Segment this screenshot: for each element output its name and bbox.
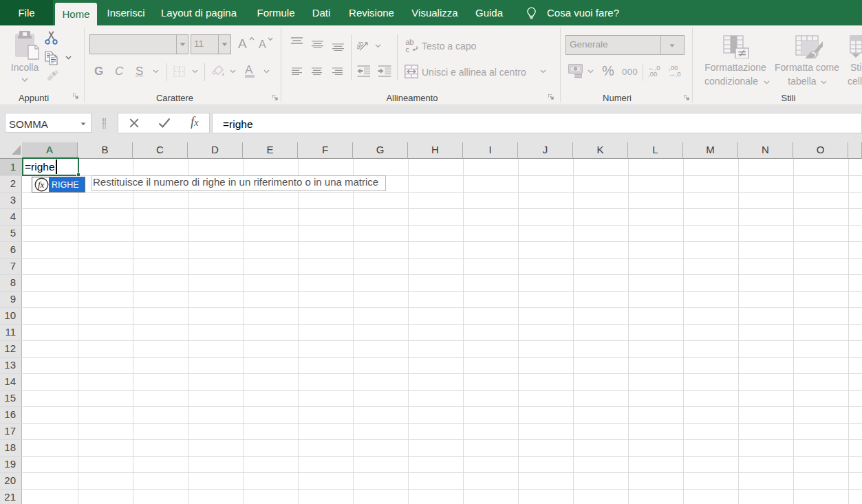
svg-text:fx: fx — [38, 179, 45, 190]
svg-text:c: c — [406, 45, 410, 53]
